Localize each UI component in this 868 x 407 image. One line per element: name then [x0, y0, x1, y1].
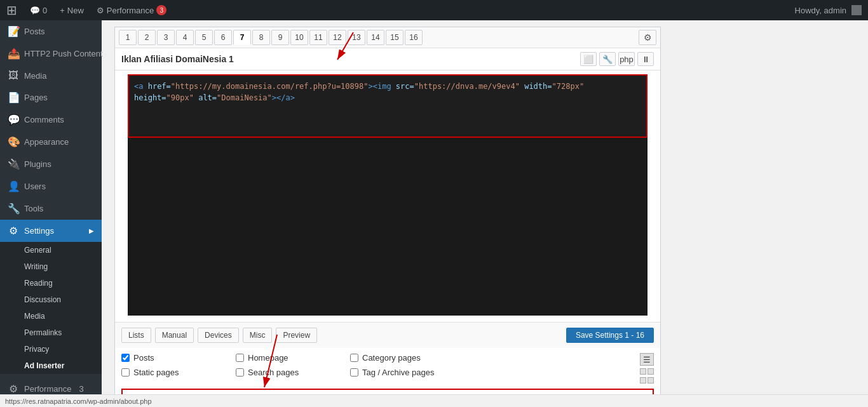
red-arrow-annotation	[318, 29, 369, 67]
devices-button[interactable]: Devices	[198, 328, 239, 343]
adminbar-new[interactable]: + New	[53, 0, 90, 20]
grid-icons: ☰	[640, 353, 654, 384]
code-editor[interactable]: <a href="https://my.domainesia.com/ref.p…	[129, 76, 646, 114]
wrench-icon[interactable]: 🔧	[599, 52, 616, 66]
adminbar-performance-label: Performance	[107, 6, 154, 15]
ad-inserter-widget: 1 2 3 4 5 6 7 8 9 10 11 12 13 14 15 16 ⚙	[114, 27, 661, 407]
sidebar-item-appearance[interactable]: 🎨 Appearance	[0, 131, 102, 153]
submenu-permalinks[interactable]: Permalinks	[0, 324, 102, 341]
checkbox-posts: Posts	[121, 353, 236, 363]
bottom-btn-bar: Lists Manual Devices Misc Preview Save S…	[115, 322, 660, 348]
settings-icon: ⚙	[8, 225, 19, 237]
main-content: 1 2 3 4 5 6 7 8 9 10 11 12 13 14 15 16 ⚙	[102, 20, 868, 407]
grid-icon-row-2	[640, 368, 654, 375]
submenu-discussion[interactable]: Discussion	[0, 291, 102, 308]
sidebar-settings-label: Settings	[24, 226, 54, 236]
static-pages-label: Static pages	[133, 368, 179, 377]
sidebar-appearance-label: Appearance	[24, 137, 69, 147]
grid-icon-tl[interactable]	[640, 368, 646, 375]
grid-icon-row-1: ☰	[640, 353, 654, 366]
wp-logo[interactable]: ⊞	[6, 3, 17, 18]
checkbox-static-pages: Static pages	[121, 368, 236, 377]
submenu-media-settings[interactable]: Media	[0, 308, 102, 324]
tab-row: 1 2 3 4 5 6 7 8 9 10 11 12 13 14 15 16 ⚙	[115, 27, 660, 48]
status-bar: https://res.ratnapatria.com/wp-admin/abo…	[0, 394, 868, 407]
code-area-empty	[128, 138, 648, 316]
settings-arrow: ▶	[89, 227, 94, 234]
comments-count: 0	[43, 6, 47, 15]
tab-16[interactable]: 16	[405, 30, 423, 45]
sidebar-posts-label: Posts	[24, 27, 45, 36]
tab-5[interactable]: 5	[195, 30, 213, 45]
sidebar-pages-label: Pages	[24, 93, 48, 102]
adminbar-comments[interactable]: 💬 0	[24, 0, 53, 20]
sidebar-users-label: Users	[24, 182, 46, 191]
category-checkbox[interactable]	[350, 354, 358, 362]
sidebar-tools-label: Tools	[24, 204, 43, 213]
pause-icon[interactable]: ⏸	[637, 52, 654, 66]
sidebar-item-pages[interactable]: 📄 Pages	[0, 86, 102, 109]
submenu-privacy[interactable]: Privacy	[0, 341, 102, 357]
posts-checkbox[interactable]	[121, 354, 130, 362]
tab-settings-gear[interactable]: ⚙	[639, 30, 656, 45]
static-pages-checkbox[interactable]	[121, 368, 130, 377]
sidebar-media-label: Media	[24, 71, 46, 81]
admin-menu: 📝 Posts 📤 HTTP2 Push Content 🖼 Media 📄 P…	[0, 20, 102, 407]
plugins-icon: 🔌	[8, 158, 19, 170]
checkboxes-section: Posts Static pages Homepage Search pages	[115, 348, 660, 389]
code-editor-wrap: <a href="https://my.domainesia.com/ref.p…	[128, 74, 648, 138]
comments-menu-icon: 💬	[8, 114, 19, 126]
svg-line-3	[264, 335, 277, 387]
users-icon: 👤	[8, 180, 19, 192]
lists-button[interactable]: Lists	[121, 328, 151, 343]
submenu-ad-inserter[interactable]: Ad Inserter	[0, 357, 102, 374]
tab-7[interactable]: 7	[233, 30, 251, 45]
code-editor-container: <a href="https://my.domainesia.com/ref.p…	[121, 74, 654, 316]
admin-bar: ⊞ 💬 0 + New ⚙ Performance 3 Howdy, admin	[0, 0, 868, 20]
appearance-icon: 🎨	[8, 136, 19, 148]
tab-10[interactable]: 10	[290, 30, 308, 45]
grid-icon-row-3	[640, 377, 654, 384]
visual-icon[interactable]: ⬜	[580, 52, 597, 66]
sidebar-item-settings[interactable]: ⚙ Settings ▶	[0, 220, 102, 242]
tag-archive-checkbox[interactable]	[350, 368, 358, 377]
sidebar-item-plugins[interactable]: 🔌 Plugins	[0, 153, 102, 175]
status-url: https://res.ratnapatria.com/wp-admin/abo…	[5, 397, 152, 405]
sidebar-item-comments[interactable]: 💬 Comments	[0, 109, 102, 131]
widget-title-bar: Iklan Afiliasi DomaiNesia 1 ⬜ 🔧 p	[115, 48, 660, 70]
sidebar-item-http2[interactable]: 📤 HTTP2 Push Content	[0, 43, 102, 65]
sidebar-item-users[interactable]: 👤 Users	[0, 175, 102, 197]
title-area: Iklan Afiliasi DomaiNesia 1 ⬜ 🔧 p	[115, 48, 660, 70]
tab-3[interactable]: 3	[157, 30, 175, 45]
sidebar-item-posts[interactable]: 📝 Posts	[0, 20, 102, 43]
submenu-reading[interactable]: Reading	[0, 275, 102, 291]
manual-button[interactable]: Manual	[155, 328, 194, 343]
grid-icon-tr[interactable]	[648, 368, 654, 375]
sidebar-item-tools[interactable]: 🔧 Tools	[0, 197, 102, 220]
adminbar-items: 💬 0 + New ⚙ Performance 3	[24, 0, 795, 20]
submenu-writing[interactable]: Writing	[0, 258, 102, 275]
checkbox-category: Category pages	[350, 353, 477, 363]
tab-2[interactable]: 2	[138, 30, 156, 45]
tab-8[interactable]: 8	[252, 30, 270, 45]
checkboxes-col1: Posts Static pages	[121, 353, 236, 377]
tab-9[interactable]: 9	[271, 30, 289, 45]
grid-icon-br[interactable]	[648, 377, 654, 384]
grid-icon-list[interactable]: ☰	[640, 353, 654, 366]
grid-icon-bl[interactable]	[640, 377, 646, 384]
sidebar-comments-label: Comments	[24, 115, 64, 124]
tab-6[interactable]: 6	[214, 30, 232, 45]
pages-icon: 📄	[8, 91, 19, 103]
tab-14[interactable]: 14	[367, 30, 384, 45]
php-icon[interactable]: php	[618, 52, 635, 66]
performance-menu-icon: ⚙	[8, 383, 19, 395]
save-settings-button[interactable]: Save Settings 1 - 16	[566, 328, 654, 343]
tab-1[interactable]: 1	[119, 30, 137, 45]
widget-title-icons: ⬜ 🔧 php ⏸	[580, 52, 654, 66]
tab-4[interactable]: 4	[176, 30, 194, 45]
tab-15[interactable]: 15	[386, 30, 403, 45]
adminbar-performance[interactable]: ⚙ Performance 3	[90, 0, 173, 20]
sidebar-item-media[interactable]: 🖼 Media	[0, 65, 102, 86]
checkbox-tag-archive: Tag / Archive pages	[350, 368, 477, 377]
submenu-general[interactable]: General	[0, 242, 102, 258]
